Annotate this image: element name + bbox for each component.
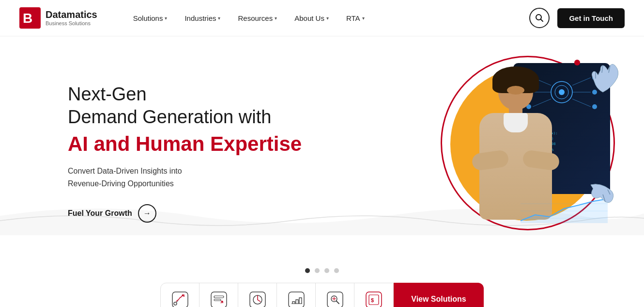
nav-item-rta[interactable]: RTA ▾ [339,10,371,26]
nav-links: Solutions ▾ Industries ▾ Resources ▾ Abo… [126,10,530,26]
carousel-dot-2[interactable] [315,268,320,273]
robot-hand-top [574,58,622,99]
bottom-solutions-bar: $ View Solutions [0,277,644,307]
svg-rect-27 [214,299,221,301]
chevron-down-icon: ▾ [362,16,365,21]
svg-line-12 [572,99,591,107]
svg-line-3 [541,19,543,22]
svg-rect-26 [214,296,224,298]
svg-point-18 [592,104,597,109]
person-head [498,75,533,110]
person-shirt [504,113,528,132]
data-entry-icon [210,291,228,307]
logo-name: Datamatics [46,9,97,20]
carousel-dot-3[interactable] [324,268,329,273]
nav-item-about[interactable]: About Us ▾ [288,10,336,26]
nav-item-solutions[interactable]: Solutions ▾ [126,10,174,26]
logo-icon: B [19,7,41,29]
search-data-icon [326,291,344,307]
arrow-right-icon: → [143,209,151,218]
person-right-arm [522,149,560,171]
robot-hand-bottom [581,180,620,216]
svg-rect-32 [327,292,343,307]
navbar: B Datamatics Business Solutions Solution… [0,0,644,36]
person-face [507,86,524,95]
chevron-down-icon: ▾ [326,16,329,21]
demand-gen-icon [171,291,189,307]
nav-item-resources[interactable]: Resources ▾ [231,10,284,26]
hero-image: def inference(x): return model(x) AI_res… [431,56,615,240]
carousel-dot-4[interactable] [334,268,339,273]
logo-subtitle: Business Solutions [46,20,97,27]
hero-line1: Next-Gen Demand Generation with [68,83,302,129]
analytics-icon [248,291,267,307]
hero-description: Convert Data-Driven Insights into Revenu… [68,165,302,190]
fuel-growth-cta[interactable]: Fuel Your Growth → [68,204,302,223]
chevron-down-icon: ▾ [275,16,277,21]
chevron-down-icon: ▾ [165,16,167,21]
svg-line-34 [336,301,339,304]
chevron-down-icon: ▾ [218,16,220,21]
tax-icon: $ [365,291,383,307]
hero-content: Next-Gen Demand Generation with AI and H… [68,83,302,223]
solutions-strip: $ View Solutions [160,283,484,307]
carousel-dots [0,259,644,277]
person-left-arm [471,149,509,171]
icon-analytics[interactable] [238,283,277,307]
icon-search-data[interactable] [316,283,354,307]
icon-tax[interactable]: $ [354,283,393,307]
search-button[interactable] [529,8,550,28]
nav-right: Get in Touch [529,8,625,28]
carousel-dot-1[interactable] [305,268,310,273]
hero-highlight: AI and Human Expertise [68,132,302,156]
svg-text:$: $ [371,297,374,303]
report-icon [287,291,306,307]
icon-report[interactable] [277,283,316,307]
icon-strip: $ [160,283,394,307]
get-in-touch-button[interactable]: Get in Touch [557,8,625,28]
search-icon [535,14,544,22]
hero-section: Next-Gen Demand Generation with AI and H… [0,36,644,259]
logo[interactable]: B Datamatics Business Solutions [19,7,97,29]
view-solutions-button[interactable]: View Solutions [394,283,484,307]
nav-item-industries[interactable]: Industries ▾ [178,10,227,26]
icon-data-entry[interactable] [199,283,238,307]
arrow-circle: → [138,204,156,223]
icon-demand-gen[interactable] [161,283,199,307]
svg-text:B: B [23,11,32,26]
